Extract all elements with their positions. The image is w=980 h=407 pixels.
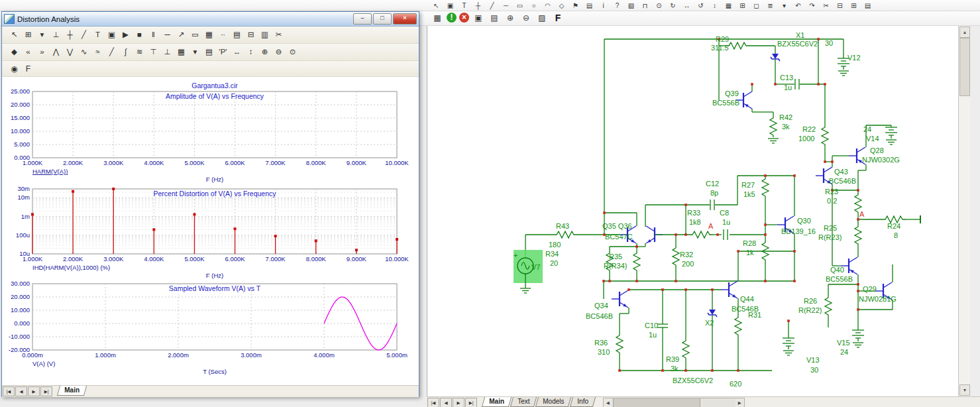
component-label-q39[interactable]: BC556B: [712, 99, 739, 107]
component-label-c10[interactable]: C10: [645, 321, 658, 329]
line-tool-icon[interactable]: ─: [500, 1, 512, 11]
rect-tool-icon[interactable]: ▭: [514, 1, 526, 11]
component-label-v14[interactable]: V14: [866, 135, 879, 143]
component-label-r31[interactable]: R31: [748, 311, 761, 319]
split-panes-icon[interactable]: ⊟: [245, 29, 257, 41]
scissors-icon[interactable]: ✂: [272, 29, 285, 41]
schematic-tab-text[interactable]: Text: [510, 397, 537, 407]
p-key-button[interactable]: 'P': [217, 46, 229, 58]
copy-icon[interactable]: ⊟: [834, 1, 846, 11]
component-label-r43[interactable]: 180: [549, 241, 561, 249]
schematic-canvas[interactable]: +R29311.5X1BZX55C6V230V12C131uQ39BC556BR…: [427, 26, 959, 396]
component-label-r25[interactable]: R25: [824, 224, 837, 232]
globe-icon[interactable]: ◉: [8, 63, 21, 76]
valley-cursor-icon[interactable]: ⋁: [64, 46, 76, 58]
component-label-r34[interactable]: 20: [550, 259, 558, 267]
component-label-r36[interactable]: R36: [594, 339, 608, 347]
component-label-r32[interactable]: R32: [680, 251, 693, 259]
paste-icon[interactable]: ⊞: [847, 1, 860, 11]
zoom-in-icon[interactable]: ⊕: [258, 46, 271, 58]
component-label-r28[interactable]: R28: [743, 239, 756, 247]
x-scale-icon[interactable]: ↔: [231, 46, 243, 58]
last-page-button[interactable]: ▶|: [40, 386, 52, 396]
prev-page-button[interactable]: ◀: [440, 398, 452, 407]
window-titlebar[interactable]: Distortion Analysis – □ ×: [2, 12, 419, 27]
component-label-q44[interactable]: Q44: [740, 295, 754, 303]
ellipse-tool-icon[interactable]: ○: [527, 1, 540, 11]
component-label-c12[interactable]: C12: [706, 180, 719, 188]
arc-tool-icon[interactable]: ◠: [541, 1, 554, 11]
select-mode-icon[interactable]: ↖: [8, 29, 21, 41]
table-view-icon[interactable]: ▤: [203, 46, 215, 58]
zoom-window-icon[interactable]: ⊙: [286, 46, 299, 58]
sheet-icon[interactable]: ◻: [750, 1, 763, 11]
component-label-r34[interactable]: R34: [545, 250, 559, 258]
macro-icon[interactable]: ▦: [722, 1, 735, 11]
component-label-r29[interactable]: 311.5: [711, 44, 729, 52]
component-label-x1[interactable]: X1: [796, 31, 804, 39]
schematic-tab-info[interactable]: Info: [570, 397, 596, 407]
rotate-icon[interactable]: ↺: [694, 1, 707, 11]
first-page-button[interactable]: |◀: [427, 398, 439, 407]
hscroll-thumb[interactable]: [613, 398, 700, 407]
find-icon[interactable]: ⊙: [653, 1, 665, 11]
line-tool-icon[interactable]: ─: [161, 29, 174, 41]
component-label-c13[interactable]: 1u: [784, 84, 792, 91]
copy-page-icon[interactable]: ▤: [488, 12, 501, 25]
grid-toggle-icon[interactable]: ▦: [203, 29, 215, 41]
diagonal-wire-icon[interactable]: ╱: [486, 1, 498, 11]
component-label-r23[interactable]: R23: [825, 188, 838, 196]
close-button[interactable]: ×: [393, 13, 417, 25]
component-label-v15[interactable]: 24: [840, 348, 848, 356]
dropdown-caret-icon[interactable]: ▾: [778, 1, 790, 11]
component-label-r22[interactable]: R22: [802, 125, 816, 133]
component-label-c10[interactable]: 1u: [649, 331, 657, 339]
slope-cursor-icon[interactable]: ╱: [105, 46, 118, 58]
integral-cursor-icon[interactable]: ∫: [119, 46, 132, 58]
peak-cursor-icon[interactable]: ⋀: [50, 46, 62, 58]
color-palette-icon[interactable]: ▨: [535, 12, 549, 25]
component-label-c8[interactable]: 1u: [722, 218, 730, 226]
component-label-v12[interactable]: 30: [825, 39, 833, 47]
pause-button[interactable]: ‖: [147, 29, 160, 41]
properties-grid-icon[interactable]: ▦: [175, 46, 188, 58]
cut-icon[interactable]: ✂: [820, 1, 832, 11]
component-label-r42[interactable]: R42: [779, 113, 792, 121]
properties-icon[interactable]: ≣: [764, 1, 777, 11]
ground-mode-icon[interactable]: ⊥: [50, 29, 62, 41]
component-label-r26[interactable]: R26: [804, 297, 817, 305]
clear-errors-icon[interactable]: ×: [459, 13, 469, 23]
next-point-icon[interactable]: »: [36, 46, 48, 58]
plot-panel[interactable]: Gargantua3.cirAmplitude of V(A) vs Frequ…: [2, 77, 419, 385]
component-label-r25[interactable]: R(R23): [818, 233, 842, 241]
component-label-q43[interactable]: Q43: [834, 168, 848, 176]
component-label-r31[interactable]: 620: [730, 380, 741, 388]
region-enable-icon[interactable]: ▧: [625, 1, 637, 11]
probe-tool-icon[interactable]: ◆: [8, 46, 21, 58]
polygon-tool-icon[interactable]: ▭: [189, 29, 201, 41]
repeat-find-icon[interactable]: ↻: [667, 1, 679, 11]
component-label-r42[interactable]: 3k: [782, 123, 790, 131]
bottom-cursor-icon[interactable]: ⊥: [161, 46, 174, 58]
zoom-out-icon[interactable]: ⊖: [272, 46, 285, 58]
copy-front-icon[interactable]: ▣: [472, 12, 485, 25]
schematic-hscrollbar[interactable]: ◀ ▶: [603, 398, 745, 407]
component-label-q34[interactable]: BC546B: [586, 312, 613, 320]
prev-page-button[interactable]: ◀: [15, 386, 27, 396]
tile-panes-icon[interactable]: ▥: [258, 29, 271, 41]
scroll-right-icon[interactable]: ▶: [735, 398, 744, 407]
component-label-r27[interactable]: R27: [741, 181, 755, 189]
component-label-x2[interactable]: X2: [705, 319, 714, 327]
component-label-q28[interactable]: NJW0302G: [862, 156, 900, 164]
picture-mode-icon[interactable]: ▣: [105, 29, 118, 41]
component-label-r23[interactable]: 0.2: [827, 197, 837, 205]
schematic-vscrollbar[interactable]: ▲ ▼: [958, 26, 970, 396]
subckt-icon[interactable]: ⊞: [736, 1, 749, 11]
component-label-r35[interactable]: R(R34): [604, 262, 627, 270]
undo-icon[interactable]: ↶: [792, 1, 804, 11]
view-dropdown-icon[interactable]: ▾: [189, 46, 201, 58]
error-check-icon[interactable]: !: [447, 13, 457, 23]
wave-cursor-icon[interactable]: ≋: [133, 46, 146, 58]
node-label-a[interactable]: A: [708, 222, 714, 230]
scroll-up-icon[interactable]: ▲: [959, 27, 970, 38]
